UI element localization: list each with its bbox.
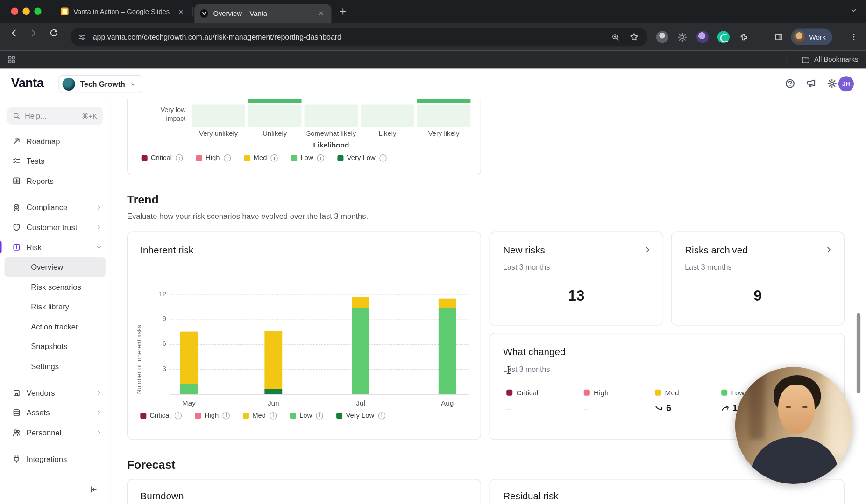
sidebar-item-vendors[interactable]: Vendors [0, 383, 110, 403]
y-tick-label: 12 [149, 290, 166, 298]
sidebar-subitem-risk-library[interactable]: Risk library [4, 297, 105, 317]
sidebar-subitem-settings[interactable]: Settings [4, 357, 105, 377]
announcements-icon[interactable] [806, 78, 816, 89]
collapse-sidebar-button[interactable] [89, 485, 98, 494]
back-button[interactable] [9, 28, 19, 38]
info-icon[interactable]: i [379, 154, 386, 161]
inherent-risk-card: Inherent risk Number of inherent risks 3… [127, 232, 481, 440]
browser-tab-google-slides[interactable]: Vanta in Action – Google Slides × [55, 0, 191, 23]
legend-label: Low [301, 154, 313, 162]
sidebar-item-tests[interactable]: Tests [0, 151, 110, 171]
heatmap-cell[interactable] [304, 104, 358, 126]
browser-window: Vanta in Action – Google Slides × Overvi… [0, 0, 866, 504]
sidebar-item-risk[interactable]: Risk [0, 237, 110, 257]
sidebar-item-compliance[interactable]: Compliance [0, 197, 110, 217]
sidebar-item-assets[interactable]: Assets [0, 403, 110, 423]
close-window-button[interactable] [11, 8, 18, 15]
heatmap-cell[interactable] [192, 104, 245, 126]
new-tab-button[interactable] [339, 7, 348, 16]
trend-section-title: Trend [127, 193, 159, 206]
maximize-window-button[interactable] [34, 8, 41, 15]
extension-grammarly-icon[interactable] [717, 31, 730, 43]
minimize-window-button[interactable] [22, 8, 29, 15]
x-category-label: May [167, 399, 211, 407]
text-cursor [506, 365, 511, 375]
heatmap-cell[interactable] [417, 104, 471, 126]
bar-segment-low [180, 384, 198, 394]
sidebar-subitem-action-tracker[interactable]: Action tracker [4, 317, 105, 337]
legend-label: Low [299, 412, 312, 420]
active-indicator [0, 241, 2, 253]
heatmap-row [192, 104, 470, 126]
sidebar-subitem-risk-scenarios[interactable]: Risk scenarios [4, 277, 105, 297]
sidebar-item-customer-trust[interactable]: Customer trust [0, 217, 110, 238]
profile-label: Work [809, 33, 826, 41]
what-changed-item-med: Med6 [655, 388, 728, 414]
sidebar-subitem-snapshots[interactable]: Snapshots [4, 336, 105, 357]
info-icon[interactable]: i [270, 412, 277, 419]
info-icon[interactable]: i [378, 412, 385, 419]
info-icon[interactable]: i [317, 154, 324, 161]
sidebar-item-roadmap[interactable]: Roadmap [0, 131, 110, 151]
extension-avatar-icon[interactable] [656, 31, 668, 43]
sidebar-item-reports[interactable]: Reports [0, 171, 110, 191]
card-title: What changed [503, 347, 565, 358]
chevron-right-icon[interactable] [824, 245, 833, 254]
user-avatar[interactable]: JH [838, 76, 854, 91]
legend-label: Med [252, 412, 266, 420]
info-icon[interactable]: i [222, 412, 229, 419]
vanta-favicon [200, 9, 208, 18]
browser-profile-button[interactable]: Work [791, 28, 832, 45]
heatmap-x-label: Very unlikely [192, 130, 245, 139]
info-icon[interactable]: i [176, 154, 183, 161]
new-risks-card[interactable]: New risks Last 3 months 13 [490, 232, 663, 326]
apps-grid-icon[interactable] [7, 55, 16, 64]
vanta-logo[interactable]: Vanta [11, 76, 44, 91]
card-period: Last 3 months [503, 263, 550, 272]
info-icon[interactable]: i [271, 154, 278, 161]
severity-label: Low [731, 388, 744, 397]
extension-profile-icon[interactable] [696, 31, 709, 43]
legend-swatch [196, 155, 202, 161]
heatmap-row-label: Very low impact [142, 106, 186, 123]
severity-swatch [584, 390, 590, 396]
chevron-right-icon[interactable] [643, 245, 652, 254]
heatmap-cell[interactable] [248, 104, 302, 126]
profile-avatar [793, 31, 805, 43]
risks-archived-card[interactable]: Risks archived Last 3 months 9 [671, 232, 845, 326]
sidebar-item-label: Integrations [27, 455, 102, 463]
extensions-puzzle-icon[interactable] [739, 33, 748, 42]
reload-button[interactable] [49, 28, 58, 37]
close-tab-icon[interactable]: × [317, 9, 326, 18]
personnel-icon [12, 428, 21, 437]
info-icon[interactable]: i [316, 412, 323, 419]
side-panel-icon[interactable] [774, 33, 783, 42]
site-settings-icon[interactable] [78, 33, 86, 41]
tab-search-button[interactable] [851, 7, 857, 14]
browser-menu-icon[interactable] [850, 33, 859, 42]
sidebar-item-personnel[interactable]: Personnel [0, 423, 110, 443]
sidebar-subitem-overview[interactable]: Overview [4, 257, 105, 277]
extension-gear-icon[interactable] [677, 32, 688, 42]
help-search-input[interactable]: Help... ⌘+K [7, 107, 103, 125]
org-selector[interactable]: Tech Growth [58, 75, 142, 93]
severity-swatch [721, 390, 727, 396]
page-scrollbar-thumb[interactable] [857, 313, 860, 393]
settings-gear-icon[interactable] [827, 78, 837, 89]
all-bookmarks-button[interactable]: All Bookmarks [802, 51, 859, 69]
browser-tab-vanta[interactable]: Overview – Vanta × [194, 4, 331, 23]
info-icon[interactable]: i [224, 154, 231, 161]
card-title: Residual risk [503, 490, 558, 502]
sidebar-nav: RoadmapTestsReportsComplianceCustomer tr… [0, 131, 110, 476]
address-bar[interactable]: app.vanta.com/c/techgrowth.com.au/risk-m… [71, 28, 647, 46]
sidebar-item-integrations[interactable]: Integrations [0, 449, 110, 469]
info-icon[interactable]: i [175, 412, 182, 419]
close-tab-icon[interactable]: × [176, 7, 185, 16]
help-icon[interactable] [785, 78, 795, 89]
sidebar-item-label: Personnel [27, 428, 96, 437]
heatmap-legend: CriticaliHighiMediLowiVery Lowi [142, 154, 387, 162]
heatmap-cell[interactable] [361, 104, 414, 126]
bookmark-star-icon[interactable] [630, 33, 639, 42]
zoom-icon[interactable] [611, 33, 620, 41]
forward-button[interactable] [28, 28, 38, 38]
